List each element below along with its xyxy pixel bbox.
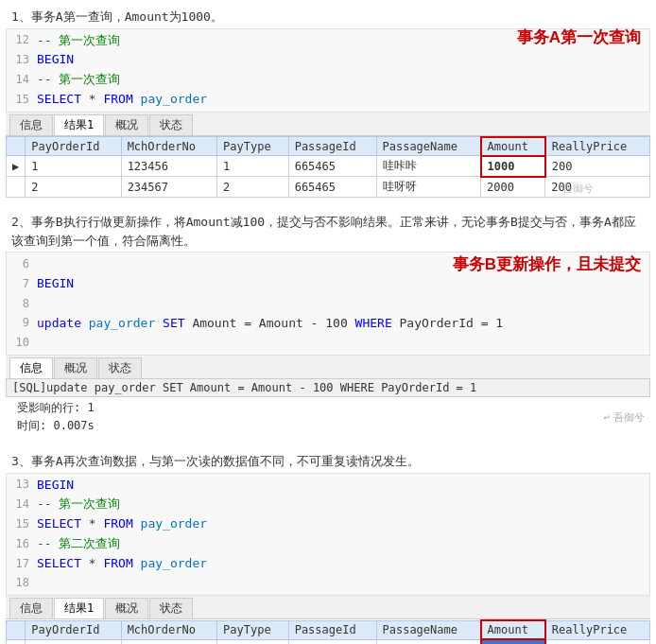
col-amount: Amount	[481, 137, 545, 156]
undo-icon: ↩	[603, 411, 610, 424]
col-paytype: PayType	[217, 137, 289, 156]
cell-amount-900: 900	[481, 639, 545, 644]
cell-passagename: 哇呀呀	[376, 177, 481, 198]
table-row: 2 234567 2 665465 哇呀呀 2000 200	[7, 177, 650, 198]
code-line: 15 SELECT * FROM pay_order	[7, 514, 649, 534]
tab-overview[interactable]: 概况	[105, 114, 148, 135]
col-indicator	[7, 620, 26, 639]
col-passageid: PassageId	[288, 620, 376, 639]
cell-reallyprice: 200	[545, 177, 650, 198]
col-mchorderno: MchOrderNo	[121, 620, 216, 639]
section1-result-table: PayOrderId MchOrderNo PayType PassageId …	[6, 136, 650, 199]
cell-mchorderno: 123456	[121, 156, 216, 177]
cell-paytype: 1	[217, 156, 289, 177]
cell-amount: 2000	[481, 177, 545, 198]
tab-status[interactable]: 状态	[149, 598, 193, 618]
table-row: ▶ 1 123456 1 665465 哇咔咔 1000 200	[7, 156, 650, 177]
tab-overview[interactable]: 概况	[105, 598, 148, 618]
cell-paytype: 2	[217, 177, 289, 198]
cell-payorderid: 1	[26, 156, 121, 177]
section2-result-row: 受影响的行: 1 时间: 0.007s ↩ 吾御兮	[6, 397, 650, 437]
code-line: 16 -- 第二次查询	[7, 534, 649, 554]
col-amount: Amount	[481, 620, 545, 639]
section3-code: 13 BEGIN 14 -- 第一次查询 15 SELECT * FROM pa…	[6, 473, 650, 597]
section3: 3、事务A再次查询数据，与第一次读的数据值不同，不可重复读情况发生。 13 BE…	[0, 444, 656, 644]
tab-info[interactable]: 信息	[9, 598, 53, 618]
undo-label: 吾御兮	[613, 410, 645, 425]
cell-passagename: 哇咔咔	[376, 639, 481, 644]
section2-code: 6 7 BEGIN 8 9 update pay_order SET Amoun…	[6, 252, 650, 356]
code-line: 14 -- 第一次查询	[7, 70, 649, 90]
section3-tabs: 信息 结果1 概况 状态	[6, 596, 650, 619]
code-line: 17 SELECT * FROM pay_order	[7, 554, 649, 574]
row-indicator: ▶	[7, 156, 26, 177]
cell-payorderid: 2	[26, 177, 121, 198]
code-line: 10	[7, 333, 649, 353]
table1-watermark: 吾御兮	[562, 182, 594, 196]
cell-mchorderno: 234567	[121, 177, 216, 198]
col-passagename: PassageName	[376, 620, 481, 639]
section2-desc: 2、事务B执行行做更新操作，将Amount减100，提交与否不影响结果。正常来讲…	[6, 209, 650, 252]
tab-info[interactable]: 信息	[9, 114, 53, 135]
col-reallyprice: ReallyPrice	[545, 620, 650, 639]
code-line: 12 -- 第一次查询	[7, 31, 649, 51]
section1: 1、事务A第一查询，Amount为1000。 12 -- 第一次查询 13 BE…	[0, 0, 656, 201]
section1-tabs: 信息 结果1 概况 状态	[6, 113, 650, 136]
col-passageid: PassageId	[288, 137, 376, 156]
cell-reallyprice: 200	[545, 156, 650, 177]
section3-result-table: PayOrderId MchOrderNo PayType PassageId …	[6, 619, 650, 644]
cell-mchorderno: 123456	[121, 639, 216, 644]
code-line: 7 BEGIN	[7, 274, 649, 294]
section1-code: 12 -- 第一次查询 13 BEGIN 14 -- 第一次查询 15 SELE…	[6, 28, 650, 113]
cell-passageid: 665465	[288, 177, 376, 198]
tab-status[interactable]: 状态	[149, 114, 193, 135]
code-line: 15 SELECT * FROM pay_order	[7, 90, 649, 110]
section2-code-container: 6 7 BEGIN 8 9 update pay_order SET Amoun…	[6, 252, 650, 356]
cell-passageid: 665465	[288, 639, 376, 644]
tab-status[interactable]: 状态	[98, 357, 142, 378]
cell-passagename: 哇咔咔	[376, 156, 481, 177]
code-line: 18	[7, 574, 649, 594]
row-indicator	[7, 177, 26, 198]
cell-paytype: 1	[217, 639, 289, 644]
section3-desc: 3、事务A再次查询数据，与第一次读的数据值不同，不可重复读情况发生。	[6, 448, 650, 473]
tab-result1[interactable]: 结果1	[54, 114, 104, 135]
col-mchorderno: MchOrderNo	[121, 137, 216, 156]
section2-info-bar: [SQL]update pay_order SET Amount = Amoun…	[6, 379, 650, 397]
table-row: ▶ 1 123456 1 665465 哇咔咔 900 200	[7, 639, 650, 644]
affected-rows: 受影响的行: 1 时间: 0.007s	[11, 399, 100, 435]
cell-payorderid: 1	[26, 639, 121, 644]
code-line: 14 -- 第一次查询	[7, 495, 649, 514]
sql-result-text: [SQL]update pay_order SET Amount = Amoun…	[12, 381, 476, 394]
section3-table-wrapper: PayOrderId MchOrderNo PayType PassageId …	[6, 619, 650, 644]
code-line: 9 update pay_order SET Amount = Amount -…	[7, 314, 649, 334]
cell-reallyprice: 200	[545, 639, 650, 644]
tab-info[interactable]: 信息	[9, 357, 53, 378]
col-paytype: PayType	[217, 620, 289, 639]
col-reallyprice: ReallyPrice	[545, 137, 650, 156]
tab-overview[interactable]: 概况	[54, 357, 97, 378]
section1-code-block: 12 -- 第一次查询 13 BEGIN 14 -- 第一次查询 15 SELE…	[6, 28, 650, 113]
section1-desc: 1、事务A第一查询，Amount为1000。	[6, 4, 650, 28]
row-indicator: ▶	[7, 639, 26, 644]
tab-result1[interactable]: 结果1	[54, 598, 104, 618]
cell-passageid: 665465	[288, 156, 376, 177]
section2-undo-area: ↩ 吾御兮	[603, 410, 645, 425]
section2: 2、事务B执行行做更新操作，将Amount减100，提交与否不影响结果。正常来讲…	[0, 205, 656, 441]
col-payorderid: PayOrderId	[26, 137, 121, 156]
col-passagename: PassageName	[376, 137, 481, 156]
code-line: 8	[7, 294, 649, 314]
col-payorderid: PayOrderId	[26, 620, 121, 639]
cell-amount: 1000	[481, 156, 545, 177]
code-line: 13 BEGIN	[7, 50, 649, 70]
col-indicator	[7, 137, 26, 156]
code-line: 13 BEGIN	[7, 476, 649, 496]
section1-table-wrapper: PayOrderId MchOrderNo PayType PassageId …	[6, 136, 650, 199]
code-line: 6	[7, 254, 649, 274]
section2-tabs: 信息 概况 状态	[6, 356, 650, 379]
